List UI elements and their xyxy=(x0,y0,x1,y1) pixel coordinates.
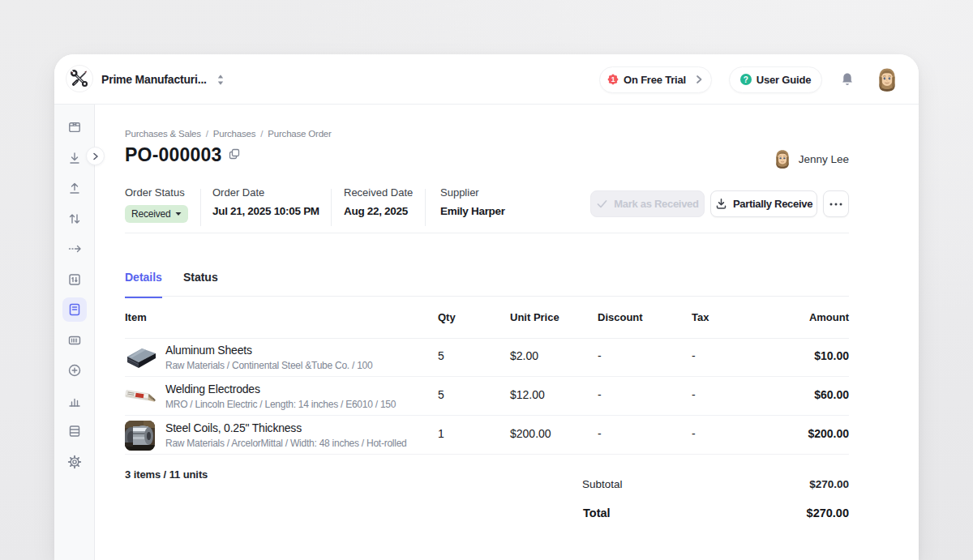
svg-text:1: 1 xyxy=(611,75,615,83)
